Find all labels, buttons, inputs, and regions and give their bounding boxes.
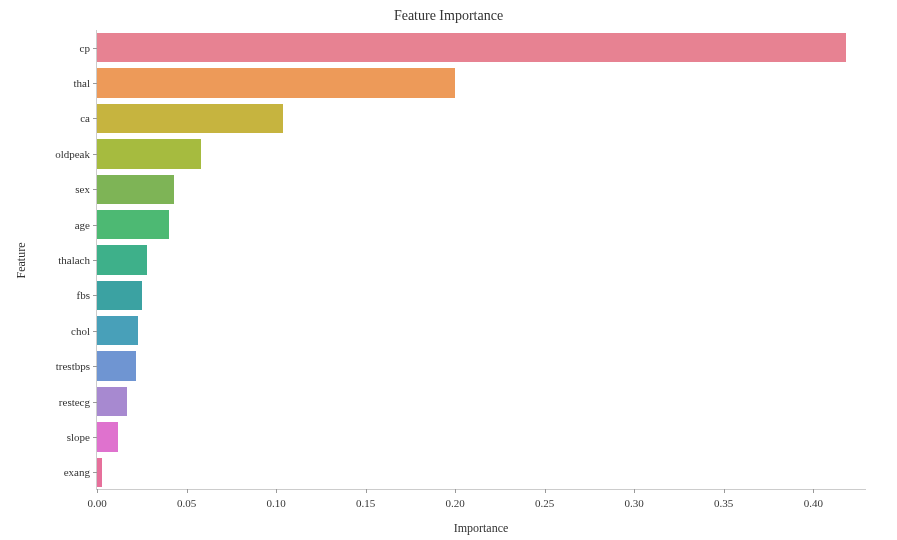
bar-row	[97, 30, 866, 65]
bar-row	[97, 172, 866, 207]
bar-chol	[97, 316, 138, 345]
y-tick-mark	[93, 48, 97, 49]
bar-exang	[97, 458, 102, 487]
bar-row	[97, 278, 866, 313]
y-axis-label: Feature	[15, 242, 30, 278]
y-tick-label: thal	[74, 77, 91, 89]
x-tick-label: 0.35	[714, 497, 733, 509]
y-tick-mark	[93, 295, 97, 296]
y-tick-label: restecg	[59, 396, 90, 408]
y-tick-mark	[93, 154, 97, 155]
bar-cp	[97, 33, 846, 62]
x-tick-label: 0.00	[87, 497, 106, 509]
y-tick-labels: cpthalcaoldpeaksexagethalachfbscholtrest…	[30, 30, 96, 490]
bar-oldpeak	[97, 139, 201, 168]
bar-row	[97, 419, 866, 454]
x-tick-label: 0.25	[535, 497, 554, 509]
bar-row	[97, 455, 866, 490]
bar-ca	[97, 104, 283, 133]
bar-row	[97, 313, 866, 348]
bar-row	[97, 242, 866, 277]
y-tick-mark	[93, 118, 97, 119]
bar-slope	[97, 422, 118, 451]
y-tick-label: ca	[80, 112, 90, 124]
x-tick-mark	[634, 489, 635, 493]
bar-sex	[97, 175, 174, 204]
y-tick-label: sex	[75, 183, 90, 195]
x-tick-label: 0.40	[804, 497, 823, 509]
chart-title: Feature Importance	[0, 8, 897, 24]
bar-row	[97, 136, 866, 171]
y-tick-label: trestbps	[56, 360, 90, 372]
y-tick-mark	[93, 83, 97, 84]
y-tick-label: oldpeak	[55, 148, 90, 160]
bar-row	[97, 65, 866, 100]
y-tick-mark	[93, 225, 97, 226]
x-tick-label: 0.30	[625, 497, 644, 509]
y-tick-mark	[93, 189, 97, 190]
y-axis-label-container: Feature	[14, 30, 30, 490]
y-tick-mark	[93, 331, 97, 332]
bar-row	[97, 101, 866, 136]
bar-fbs	[97, 281, 142, 310]
y-tick-mark	[93, 366, 97, 367]
plot-area: 0.000.050.100.150.200.250.300.350.40	[96, 30, 866, 490]
y-tick-mark	[93, 260, 97, 261]
bar-row	[97, 348, 866, 383]
y-tick-label: cp	[80, 42, 90, 54]
y-tick-mark	[93, 402, 97, 403]
x-tick-label: 0.15	[356, 497, 375, 509]
x-tick-mark	[813, 489, 814, 493]
x-tick-mark	[187, 489, 188, 493]
feature-importance-chart: Feature Importance Feature cpthalcaoldpe…	[0, 0, 897, 540]
x-axis-label: Importance	[96, 521, 866, 536]
y-tick-label: exang	[64, 466, 90, 478]
x-tick-mark	[276, 489, 277, 493]
y-tick-label: thalach	[58, 254, 90, 266]
x-tick-label: 0.20	[446, 497, 465, 509]
x-tick-mark	[366, 489, 367, 493]
x-tick-mark	[545, 489, 546, 493]
x-tick-mark	[724, 489, 725, 493]
y-tick-label: fbs	[77, 289, 90, 301]
x-tick-label: 0.05	[177, 497, 196, 509]
y-tick-mark	[93, 472, 97, 473]
bar-row	[97, 207, 866, 242]
y-tick-label: slope	[67, 431, 90, 443]
x-tick-mark	[97, 489, 98, 493]
bar-thalach	[97, 245, 147, 274]
bar-age	[97, 210, 169, 239]
y-tick-label: chol	[71, 325, 90, 337]
y-tick-label: age	[75, 219, 90, 231]
x-tick-mark	[455, 489, 456, 493]
bar-restecg	[97, 387, 127, 416]
y-tick-mark	[93, 437, 97, 438]
bar-thal	[97, 68, 455, 97]
bar-trestbps	[97, 351, 136, 380]
x-tick-label: 0.10	[266, 497, 285, 509]
bar-row	[97, 384, 866, 419]
